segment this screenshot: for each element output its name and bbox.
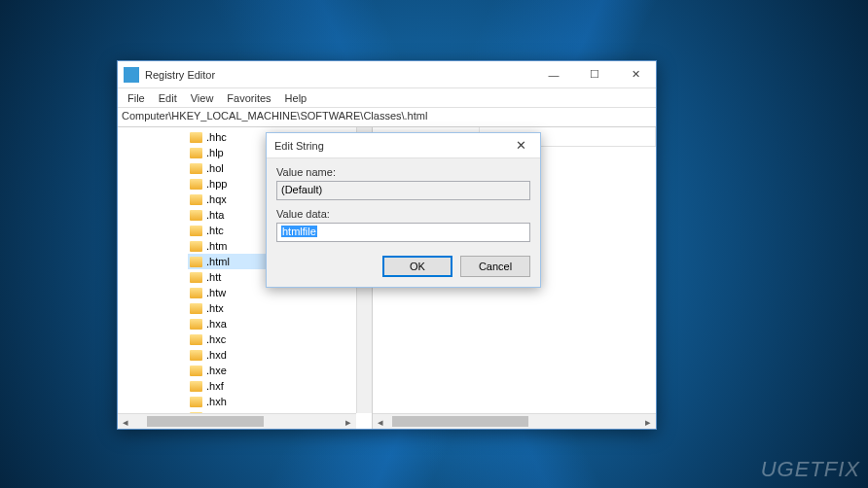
tree-item-label: .hxd: [206, 349, 227, 361]
folder-icon: [190, 303, 202, 314]
tree-item-label: .hxa: [206, 318, 227, 330]
scroll-left-icon[interactable]: ◂: [373, 414, 388, 429]
tree-item-label: .hxc: [206, 333, 226, 345]
dialog-titlebar[interactable]: Edit String ✕: [267, 133, 540, 158]
scroll-right-icon[interactable]: ▸: [640, 414, 656, 429]
tree-item-label: .hlp: [206, 147, 224, 158]
ok-button[interactable]: OK: [382, 256, 452, 277]
folder-icon: [190, 350, 202, 361]
tree-item-label: .hta: [206, 209, 224, 221]
tree-item[interactable]: .hxa: [188, 316, 372, 331]
value-data-label: Value data:: [276, 208, 530, 220]
value-data-selection: htmlfile: [281, 226, 317, 237]
dialog-close-button[interactable]: ✕: [501, 138, 540, 153]
folder-icon: [190, 272, 202, 283]
menu-file[interactable]: File: [122, 90, 151, 105]
titlebar[interactable]: Registry Editor — ☐ ✕: [118, 61, 656, 88]
maximize-button[interactable]: ☐: [574, 61, 615, 87]
tree-item-label: .htt: [206, 271, 221, 283]
value-data-field[interactable]: htmlfile: [276, 223, 530, 242]
value-name-field[interactable]: (Default): [276, 181, 530, 200]
tree-item[interactable]: .hxf: [188, 378, 372, 394]
scroll-thumb[interactable]: [147, 416, 264, 427]
folder-icon: [190, 397, 202, 407]
tree-item[interactable]: .hxc: [188, 331, 372, 347]
dialog-title: Edit String: [274, 140, 501, 152]
folder-icon: [190, 319, 202, 330]
tree-item[interactable]: .htx: [188, 300, 372, 316]
close-button[interactable]: ✕: [615, 61, 656, 87]
tree-item-label: .htw: [206, 287, 226, 298]
menubar: File Edit View Favorites Help: [118, 88, 656, 108]
menu-help[interactable]: Help: [279, 90, 313, 105]
scroll-thumb[interactable]: [392, 416, 528, 427]
cancel-button[interactable]: Cancel: [460, 256, 530, 277]
window-title: Registry Editor: [145, 69, 533, 81]
regedit-icon: [124, 67, 139, 83]
folder-icon: [190, 381, 202, 392]
folder-icon: [190, 288, 202, 298]
folder-icon: [190, 148, 202, 158]
folder-icon: [190, 241, 202, 252]
tree-item-label: .hhc: [206, 131, 227, 143]
list-horizontal-scrollbar[interactable]: ◂ ▸: [373, 413, 656, 429]
menu-view[interactable]: View: [185, 90, 220, 105]
folder-icon: [190, 163, 202, 174]
tree-item-label: .hpp: [206, 178, 227, 190]
minimize-button[interactable]: —: [533, 61, 574, 87]
watermark: UGETFIX: [761, 457, 860, 482]
tree-item-label: .htm: [206, 240, 227, 252]
tree-item-label: .hxe: [206, 365, 227, 376]
address-bar[interactable]: Computer\HKEY_LOCAL_MACHINE\SOFTWARE\Cla…: [118, 108, 656, 127]
tree-item-label: .htx: [206, 302, 224, 314]
folder-icon: [190, 194, 202, 205]
folder-icon: [190, 366, 202, 376]
folder-icon: [190, 132, 202, 143]
tree-item[interactable]: .hxe: [188, 363, 372, 378]
folder-icon: [190, 210, 202, 221]
folder-icon: [190, 257, 202, 267]
scroll-left-icon[interactable]: ◂: [118, 414, 133, 429]
menu-edit[interactable]: Edit: [153, 90, 183, 105]
folder-icon: [190, 179, 202, 190]
value-name-label: Value name:: [276, 166, 530, 178]
tree-item[interactable]: .hxd: [188, 347, 372, 363]
tree-horizontal-scrollbar[interactable]: ◂ ▸: [118, 413, 356, 429]
tree-item-label: .html: [206, 256, 230, 267]
menu-favorites[interactable]: Favorites: [221, 90, 276, 105]
tree-item-label: .hxf: [206, 380, 224, 392]
scroll-right-icon[interactable]: ▸: [341, 414, 356, 429]
tree-item[interactable]: .hxh: [188, 394, 372, 409]
tree-item-label: .htc: [206, 225, 224, 236]
tree-item-label: .hol: [206, 162, 224, 174]
tree-item-label: .hxh: [206, 396, 227, 407]
edit-string-dialog: Edit String ✕ Value name: (Default) Valu…: [266, 132, 541, 288]
tree-item-label: .hqx: [206, 193, 227, 205]
folder-icon: [190, 334, 202, 345]
folder-icon: [190, 226, 202, 236]
